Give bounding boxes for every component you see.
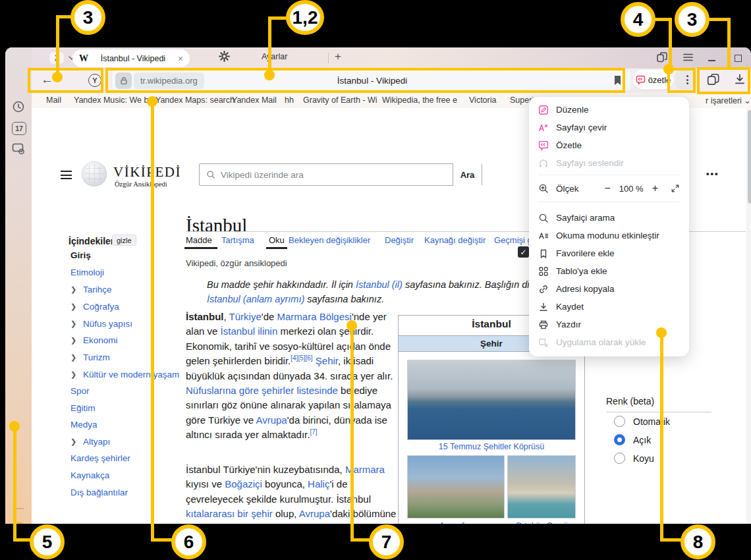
wiki-link[interactable]: [7] [310, 428, 317, 435]
radio-koyu[interactable]: Koyu [614, 453, 654, 464]
toc-item[interactable]: ❯Turizm [83, 352, 110, 362]
checked-checkbox[interactable]: ✓ [518, 246, 529, 258]
tab-madde[interactable]: Madde [186, 235, 212, 245]
wiki-link[interactable]: kıtalararası bir şehir [186, 508, 273, 519]
menu-item-adresi-kopyala[interactable]: Adresi kopyala [529, 280, 689, 298]
toc-item[interactable]: Kardeş şehirler [70, 453, 130, 463]
menu-item-favorilere-ekle[interactable]: Favorilere ekle [529, 244, 689, 262]
infobox-caption[interactable]: 15 Temmuz Şehitler Köprüsü [399, 442, 584, 451]
wiki-search-box[interactable]: Ara [199, 163, 482, 186]
toc-item[interactable]: ❯Ekonomi [83, 335, 118, 345]
menu-icon[interactable] [682, 53, 694, 62]
tab-bekleyen[interactable]: Bekleyen değişiklikler [289, 235, 370, 245]
toc-item[interactable]: ❯Coğrafya [83, 302, 119, 312]
wiki-link[interactable]: İstanbul (il) [356, 279, 403, 290]
toc-item[interactable]: Medya [70, 420, 97, 430]
radio-icon[interactable] [614, 453, 625, 464]
expand-chevron-icon[interactable]: ❯ [70, 370, 76, 379]
toc-item[interactable]: Eğitim [70, 403, 96, 413]
tab-istanbul-vikipedi[interactable]: W İstanbul - Vikipedi × [72, 49, 190, 67]
bookmark-item[interactable]: Yandex Music: We br [74, 96, 152, 105]
toc-item[interactable]: Etimoloji [70, 267, 104, 277]
bookmark-item[interactable]: Yandex Mail [232, 96, 277, 105]
wiki-link[interactable]: İstanbul ilinin [221, 325, 278, 337]
tab-settings[interactable]: Ayarlar [219, 51, 287, 62]
bookmarks-overflow[interactable]: r işaretleri ⌄ [706, 96, 751, 105]
toc-item[interactable]: Kaynakça [70, 470, 109, 480]
wiki-logo-title[interactable]: VİKİPEDİ [113, 164, 181, 181]
toc-item[interactable]: Dış bağlantılar [70, 488, 128, 497]
infobox-caption[interactable]: Ayasofya [407, 521, 505, 524]
wikipedia-globe-logo[interactable] [82, 161, 107, 186]
wiki-link[interactable]: Avrupa [256, 414, 287, 426]
menu-item-duzenle[interactable]: Düzenle [529, 101, 689, 119]
tab-counter-badge[interactable]: 17 [12, 122, 26, 135]
wiki-link[interactable]: Türkiye [229, 311, 262, 322]
new-tab-button[interactable]: + [335, 50, 341, 63]
expand-chevron-icon[interactable]: ❯ [70, 302, 76, 311]
wiki-link[interactable]: Haliç [308, 478, 329, 490]
hamburger-menu-icon[interactable] [61, 171, 72, 182]
zoom-in-button[interactable]: + [652, 182, 658, 194]
menu-item-kaydet[interactable]: Kaydet [529, 298, 689, 316]
wiki-link[interactable]: Boğaziçi [225, 478, 262, 490]
toc-item[interactable]: ❯Kültür ve modern yaşam [83, 370, 179, 379]
infobox-caption[interactable]: Ortaköy Camii [504, 521, 579, 524]
expand-chevron-icon[interactable]: ❯ [70, 285, 76, 294]
toc-hide-button[interactable]: gizle [112, 235, 136, 246]
maximize-icon[interactable] [735, 55, 742, 62]
radio-icon[interactable] [614, 416, 625, 427]
hagia-sophia-photo[interactable] [407, 455, 505, 518]
expand-chevron-icon[interactable]: ❯ [70, 320, 76, 328]
ortakoy-mosque-photo[interactable] [507, 455, 576, 518]
menu-item-okuma-modu[interactable]: Okuma modunu etkinleştir [529, 227, 689, 244]
bookmark-item[interactable]: Wikipedia, the free e [382, 96, 457, 105]
expand-chevron-icon[interactable]: ❯ [70, 437, 76, 446]
tab-gecmisi[interactable]: Geçmişi g [494, 235, 532, 245]
menu-item-sayfaici-arama[interactable]: Sayfaiçi arama [529, 209, 689, 227]
wiki-link[interactable]: Avrupa Yakası [186, 523, 249, 524]
zoom-out-button[interactable]: − [604, 182, 610, 194]
callout-line [151, 538, 173, 542]
screenshot-camera-icon[interactable] [12, 143, 26, 155]
bookmark-item[interactable]: Mail [46, 96, 61, 105]
wiki-link[interactable]: Şehir [316, 355, 338, 366]
pages-icon[interactable] [656, 51, 668, 63]
radio-selected-icon[interactable] [614, 434, 625, 445]
tab-degistir[interactable]: Değiştir [385, 235, 414, 245]
toc-item[interactable]: Giriş [70, 250, 91, 260]
scrollbar-thumb[interactable] [748, 110, 751, 204]
tab-kaynagi-degistir[interactable]: Kaynağı değiştir [424, 235, 486, 245]
wiki-link[interactable]: Avrupa [299, 508, 330, 519]
toc-item[interactable]: Spor [70, 386, 90, 396]
expand-chevron-icon[interactable]: ❯ [70, 353, 76, 362]
toc-item[interactable]: ❯Nüfus yapısı [83, 319, 132, 329]
bookmark-item[interactable]: Gravity of Earth - Wi [303, 96, 377, 105]
personal-tools-icon[interactable]: ••• [706, 169, 719, 179]
tab-oku[interactable]: Oku [269, 235, 285, 245]
fullscreen-icon[interactable] [671, 184, 680, 193]
bookmark-item[interactable]: Yandex Maps: search [155, 96, 235, 105]
tab-tartisma[interactable]: Tartışma [221, 235, 254, 245]
minimize-icon[interactable] [708, 60, 715, 61]
bookmark-icon [538, 248, 549, 259]
wiki-link[interactable]: Marmara Bölgesi [277, 311, 352, 322]
wiki-search-input[interactable] [219, 169, 453, 181]
expand-chevron-icon[interactable]: ❯ [70, 336, 76, 345]
wiki-search-button[interactable]: Ara [453, 163, 482, 186]
radio-acik[interactable]: Açık [614, 434, 651, 445]
wiki-link[interactable]: Nüfuslarına göre şehirler listesinde [186, 385, 338, 396]
menu-item-ozetle[interactable]: Özetle [529, 136, 689, 154]
wiki-link[interactable]: Asya [343, 523, 365, 524]
wiki-link[interactable]: [4][5][6] [291, 354, 312, 362]
toc-item[interactable]: ❯Altyapı [83, 437, 110, 447]
wiki-link[interactable]: İstanbul (anlam ayrımı) [207, 294, 304, 304]
history-clock-icon[interactable] [12, 100, 25, 113]
toc-item[interactable]: ❯Tarihçe [83, 285, 112, 294]
menu-item-tabloya-ekle[interactable]: Tablo'ya ekle [529, 262, 689, 280]
menu-item-sayfayi-cevir[interactable]: Sayfayı çevir [529, 119, 689, 136]
bookmark-item[interactable]: hh [285, 96, 294, 105]
bookmark-item[interactable]: Victoria [469, 96, 496, 105]
bridge-photo[interactable] [407, 360, 576, 440]
tab-close-icon[interactable]: × [178, 53, 183, 64]
